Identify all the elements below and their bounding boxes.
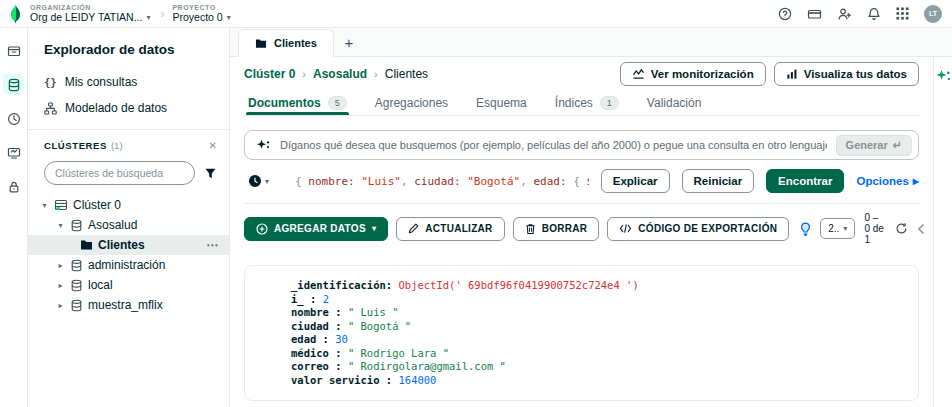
return-key-icon: ↵ <box>893 139 902 152</box>
visualize-data-button[interactable]: Visualiza tus datos <box>774 62 919 86</box>
caret-right-icon[interactable]: ▸ <box>56 301 65 310</box>
document-field[interactable]: nombre : " Luis " <box>291 306 906 320</box>
delete-button[interactable]: BORRAR <box>513 217 600 241</box>
collapse-sidebar-icon[interactable]: ✕ <box>209 140 217 151</box>
lightbulb-icon[interactable] <box>799 222 812 236</box>
generate-label: Generar <box>846 139 888 151</box>
data-explorer-database-icon[interactable] <box>3 74 24 95</box>
org-label: ORGANIZACIÓN <box>30 4 150 11</box>
database-icon <box>70 279 83 292</box>
explain-button[interactable]: Explicar <box>601 169 670 193</box>
tree-cluster-0[interactable]: ▾ Clúster 0 <box>28 195 229 215</box>
document-field[interactable]: valor servicio : 164000 <box>291 374 906 388</box>
clusters-label: CLÚSTERES <box>44 140 107 151</box>
monitoring-screen-icon[interactable] <box>3 142 24 163</box>
breadcrumb-separator-icon: › <box>374 68 378 80</box>
apps-grid-icon[interactable] <box>896 7 909 20</box>
workspace-tab-clientes[interactable]: Clientes <box>238 29 334 57</box>
prev-page-icon[interactable] <box>917 223 926 235</box>
pencil-icon <box>408 223 419 234</box>
sidebar-item-my-queries[interactable]: {} Mis consultas <box>28 69 229 95</box>
view-monitoring-button[interactable]: Ver monitorización <box>620 62 766 86</box>
line-chart-icon <box>632 68 645 80</box>
database-name: muestra_mflix <box>88 298 163 312</box>
tab-índices[interactable]: Índices1 <box>555 90 619 115</box>
options-link[interactable]: Opciones ▶ <box>856 175 919 187</box>
reset-button[interactable]: Reiniciar <box>682 169 755 193</box>
invite-user-icon[interactable] <box>837 7 852 21</box>
refresh-icon[interactable] <box>895 222 908 235</box>
project-name: Proyecto 0 <box>172 11 222 23</box>
filter-funnel-icon[interactable] <box>204 167 217 180</box>
document-field[interactable]: ciudad : " Bogotá " <box>291 320 906 334</box>
view-monitoring-label: Ver monitorización <box>651 68 754 80</box>
left-nav-rail <box>0 28 28 407</box>
tab-esquema[interactable]: Esquema <box>476 90 527 115</box>
mongodb-leaf-logo[interactable] <box>0 4 30 23</box>
breadcrumb-cluster-link[interactable]: Clúster 0 <box>244 67 295 81</box>
cluster-search-input[interactable] <box>44 161 195 185</box>
project-label: PROYECTO <box>172 4 230 11</box>
ai-sparkle-icon[interactable] <box>936 69 951 407</box>
ai-query-bar[interactable]: Díganos qué desea que busquemos (por eje… <box>244 130 919 160</box>
export-code-button[interactable]: CÓDIGO DE EXPORTACIÓN <box>607 217 789 241</box>
collection-content: Clúster 0 › Asosalud › Clientes <box>230 57 933 407</box>
tree-db-administración[interactable]: ▸administración <box>28 255 229 275</box>
projects-archive-icon[interactable] <box>3 40 24 61</box>
chevron-down-icon: ▾ <box>227 13 231 22</box>
database-icon <box>70 259 83 272</box>
recent-clock-icon[interactable] <box>3 108 24 129</box>
find-button[interactable]: Encontrar <box>766 169 844 193</box>
arrow-right-icon: ▶ <box>913 177 919 186</box>
document-field[interactable]: edad : 30 <box>291 333 906 347</box>
tab-agregaciones[interactable]: Agregaciones <box>375 90 448 115</box>
security-lock-icon[interactable] <box>3 176 24 197</box>
tab-validación[interactable]: Validación <box>647 90 701 115</box>
tab-count-badge: 1 <box>600 96 619 110</box>
breadcrumb-database-link[interactable]: Asosalud <box>313 67 367 81</box>
tree-db-asosalud[interactable]: ▾ Asosalud <box>28 215 229 235</box>
query-history-button[interactable]: ▾ <box>244 174 269 188</box>
query-input[interactable]: { nombre: "Luis", ciudad: "Bogotá", edad… <box>281 175 589 188</box>
org-name: Org de LEIDY TATIAN... <box>30 11 142 23</box>
caret-down-icon[interactable]: ▾ <box>40 201 49 210</box>
caret-right-icon[interactable]: ▸ <box>56 281 65 290</box>
cluster-icon <box>54 198 68 212</box>
folder-icon <box>80 239 93 251</box>
document-field[interactable]: médico : " Rodrigo Lara " <box>291 347 906 361</box>
database-icon <box>70 299 83 312</box>
org-switcher[interactable]: ORGANIZACIÓN Org de LEIDY TATIAN... ▾ <box>30 4 150 23</box>
generate-button[interactable]: Generar ↵ <box>836 135 912 156</box>
caret-down-icon[interactable]: ▾ <box>56 221 65 230</box>
caret-down-icon: ▾ <box>372 224 376 233</box>
notifications-bell-icon[interactable] <box>867 7 881 21</box>
cluster-name: Clúster 0 <box>73 198 121 212</box>
braces-icon: {} <box>44 76 57 88</box>
breadcrumb: Clúster 0 › Asosalud › Clientes <box>244 57 919 90</box>
page-size-select[interactable]: 2.. ▾ <box>820 218 855 239</box>
workspace-tab-strip: Clientes + <box>230 28 952 57</box>
caret-right-icon[interactable]: ▸ <box>56 261 65 270</box>
sidebar-divider <box>28 129 229 130</box>
tree-db-local[interactable]: ▸local <box>28 275 229 295</box>
add-data-button[interactable]: AGREGAR DATOS ▾ <box>244 217 388 241</box>
billing-icon[interactable] <box>807 7 822 21</box>
collection-menu-icon[interactable]: ⋯ <box>206 238 229 252</box>
update-button[interactable]: ACTUALIZAR <box>396 217 504 241</box>
tab-documentos[interactable]: Documentos5 <box>248 90 347 115</box>
database-name: administración <box>88 258 165 272</box>
my-queries-label: Mis consultas <box>65 75 138 89</box>
user-avatar[interactable]: LT <box>924 5 942 23</box>
new-tab-button[interactable]: + <box>336 29 362 55</box>
database-icon <box>70 219 83 232</box>
workspace-tab-label: Clientes <box>274 37 317 49</box>
help-icon[interactable] <box>778 7 792 21</box>
document-field[interactable]: _identificación: ObjectId(' 69bdf96f0419… <box>291 279 906 293</box>
document-card[interactable]: _identificación: ObjectId(' 69bdf96f0419… <box>244 265 919 401</box>
tree-collection-clientes[interactable]: Clientes ⋯ <box>28 235 229 255</box>
tree-db-muestra_mflix[interactable]: ▸muestra_mflix <box>28 295 229 315</box>
document-field[interactable]: i_ : 2 <box>291 293 906 307</box>
sidebar-item-data-modeling[interactable]: Modelado de datos <box>28 95 229 121</box>
document-field[interactable]: correo : " Rodirgolara@gmail.com " <box>291 360 906 374</box>
project-switcher[interactable]: PROYECTO Proyecto 0 ▾ <box>172 4 230 23</box>
